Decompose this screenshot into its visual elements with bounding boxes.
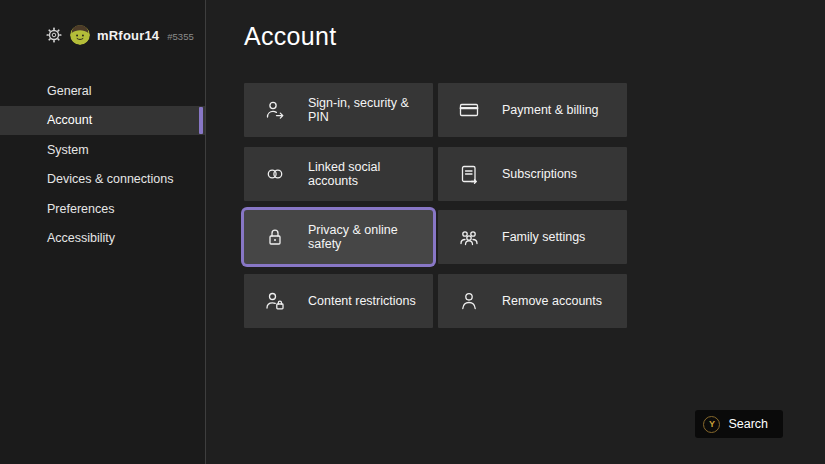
sidebar-item-account[interactable]: Account xyxy=(0,106,205,136)
tile-label: Linked social accounts xyxy=(308,160,433,188)
tile-grid: Sign-in, security & PIN Payment & billin… xyxy=(244,83,627,328)
link-icon xyxy=(263,162,287,186)
profile-header[interactable]: mRfour14 #5355 xyxy=(45,25,194,45)
sidebar-item-label: Preferences xyxy=(47,202,114,216)
settings-tile-family-settings[interactable]: Family settings xyxy=(438,210,627,264)
tile-label: Content restrictions xyxy=(308,294,416,308)
settings-tile-privacy-online-safety[interactable]: Privacy & online safety xyxy=(244,210,433,264)
sidebar-item-label: General xyxy=(47,84,91,98)
family-icon xyxy=(457,225,481,249)
search-button[interactable]: Y Search xyxy=(695,410,783,438)
xbox-settings-screen: mRfour14 #5355 General Account System De… xyxy=(0,0,825,464)
tile-label: Payment & billing xyxy=(502,103,599,117)
credit-card-icon xyxy=(457,98,481,122)
page-title: Account xyxy=(244,22,336,51)
settings-tile-subscriptions[interactable]: Subscriptions xyxy=(438,147,627,201)
sidebar: mRfour14 #5355 General Account System De… xyxy=(0,0,206,464)
sidebar-item-preferences[interactable]: Preferences xyxy=(0,194,205,224)
gear-icon[interactable] xyxy=(45,26,63,44)
gamertag-suffix: #5355 xyxy=(167,31,193,42)
settings-tile-linked-social-accounts[interactable]: Linked social accounts xyxy=(244,147,433,201)
sidebar-item-general[interactable]: General xyxy=(0,76,205,106)
sidebar-item-accessibility[interactable]: Accessibility xyxy=(0,224,205,254)
y-button-glyph: Y xyxy=(709,419,715,429)
settings-tile-payment-billing[interactable]: Payment & billing xyxy=(438,83,627,137)
avatar[interactable] xyxy=(70,25,90,45)
sidebar-item-label: Accessibility xyxy=(47,231,115,245)
sidebar-item-label: System xyxy=(47,143,89,157)
search-label: Search xyxy=(728,417,768,431)
settings-tile-sign-in-security-pin[interactable]: Sign-in, security & PIN xyxy=(244,83,433,137)
person-arrow-icon xyxy=(263,98,287,122)
sidebar-item-devices-connections[interactable]: Devices & connections xyxy=(0,165,205,195)
gamertag: mRfour14 xyxy=(97,28,159,43)
sidebar-menu: General Account System Devices & connect… xyxy=(0,76,205,253)
tile-label: Subscriptions xyxy=(502,167,577,181)
tile-label: Sign-in, security & PIN xyxy=(308,96,433,124)
sidebar-item-label: Devices & connections xyxy=(47,172,173,186)
subscriptions-icon xyxy=(457,162,481,186)
tile-label: Privacy & online safety xyxy=(308,223,433,251)
tile-label: Remove accounts xyxy=(502,294,602,308)
settings-tile-content-restrictions[interactable]: Content restrictions xyxy=(244,274,433,328)
person-lock-icon xyxy=(263,289,287,313)
sidebar-item-system[interactable]: System xyxy=(0,135,205,165)
settings-tile-remove-accounts[interactable]: Remove accounts xyxy=(438,274,627,328)
y-button-icon: Y xyxy=(703,416,720,433)
person-icon xyxy=(457,289,481,313)
sidebar-item-label: Account xyxy=(47,113,92,127)
lock-icon xyxy=(263,225,287,249)
tile-label: Family settings xyxy=(502,230,585,244)
main-panel: Account Sign-in, security & PIN Payment … xyxy=(207,0,825,464)
